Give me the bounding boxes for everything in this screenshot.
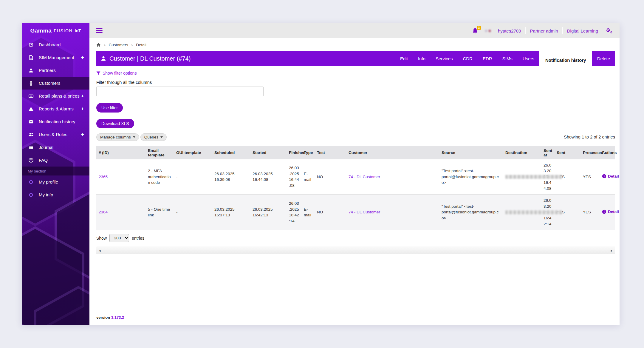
column-header[interactable]: # (ID) — [96, 146, 145, 159]
tab-label: EDR — [483, 56, 492, 61]
tab-label: Edit — [400, 56, 408, 61]
destination-redacted — [505, 175, 562, 179]
tab-edr[interactable]: EDR — [478, 51, 497, 66]
expand-plus-icon[interactable]: + — [81, 106, 84, 112]
filter-funnel-icon — [96, 71, 100, 75]
tab-label: SIMs — [502, 56, 513, 61]
show-filter-options-label: Show filter options — [103, 71, 137, 76]
avatar[interactable] — [485, 29, 494, 33]
row-id-link[interactable]: 2364 — [99, 210, 108, 214]
sidebar-item-faq[interactable]: FAQ — [22, 154, 89, 167]
warning-triangle-icon — [28, 106, 34, 112]
cell-email-template: 2 - MFA authentication code — [145, 159, 174, 195]
info-icon — [602, 210, 606, 214]
manage-columns-button[interactable]: Manage columns — [96, 133, 139, 141]
column-header[interactable]: Destination — [503, 146, 541, 159]
column-header[interactable]: Source — [439, 146, 503, 159]
role-link[interactable]: Partner admin — [530, 28, 558, 33]
sidebar-item-label: Users & Roles — [39, 132, 67, 137]
expand-plus-icon[interactable]: + — [81, 93, 84, 99]
sidebar-item-my-profile[interactable]: My profile — [22, 175, 89, 188]
breadcrumb-detail[interactable]: Detail — [136, 43, 146, 47]
username-link[interactable]: hyates2709 — [498, 28, 521, 33]
sidebar: Gamma FUSION IoT Dashboard SIM Managemen… — [22, 23, 89, 325]
show-filter-options-link[interactable]: Show filter options — [96, 71, 137, 76]
entries-label: entries — [132, 236, 144, 241]
sidebar-item-label: My info — [39, 192, 53, 197]
cell-finished: 26.03.2025 16:42:14 — [287, 195, 301, 230]
prev-page-icon[interactable]: ◂ — [99, 248, 101, 252]
tab-sims[interactable]: SIMs — [497, 51, 518, 66]
settings-gears-icon[interactable] — [605, 27, 613, 34]
filter-input[interactable] — [96, 87, 264, 96]
caret-down-icon — [160, 136, 163, 138]
cell-processed: YES — [580, 195, 600, 230]
divider — [525, 27, 526, 34]
sidebar-item-my-info[interactable]: My info — [22, 188, 89, 201]
sidebar-section-label: My section — [22, 167, 89, 175]
detail-link[interactable]: Detail — [602, 209, 619, 215]
home-icon[interactable] — [96, 43, 101, 47]
column-header[interactable]: Scheduled — [212, 146, 250, 159]
sidebar-item-label: Retail plans & prices — [39, 93, 80, 98]
column-header[interactable]: Finished — [287, 146, 301, 159]
tab-label: Notification history — [545, 58, 586, 63]
column-header[interactable]: Actions — [600, 146, 615, 159]
download-xls-button[interactable]: Download XLS — [96, 119, 134, 128]
sidebar-item-notification-history[interactable]: Notification history — [22, 115, 89, 128]
queries-button[interactable]: Queries — [140, 133, 167, 141]
speedometer-icon — [28, 42, 34, 47]
use-filter-button[interactable]: Use filter — [96, 103, 123, 113]
cell-email-template: 5 - One time link — [145, 195, 174, 230]
column-header[interactable]: Test — [315, 146, 346, 159]
cell-type: E-mail — [301, 195, 315, 230]
breadcrumb-customers[interactable]: Customers — [109, 43, 128, 47]
column-header[interactable]: Sent at — [541, 146, 554, 159]
tenant-link[interactable]: Digital Learning — [567, 28, 598, 33]
logo-gamma: Gamma — [30, 27, 52, 34]
sidebar-item-users-roles[interactable]: Users & Roles + — [22, 128, 89, 141]
column-header[interactable]: Sent — [554, 146, 580, 159]
expand-plus-icon[interactable]: + — [81, 132, 84, 138]
customer-link[interactable]: 74 - DL Customer — [349, 210, 380, 214]
tab-services[interactable]: Services — [431, 51, 458, 66]
column-header[interactable]: Email template — [145, 146, 174, 159]
show-label: Show — [96, 236, 107, 241]
sidebar-item-partners[interactable]: Partners — [22, 64, 89, 77]
question-circle-icon — [28, 158, 34, 163]
sidebar-item-sim-management[interactable]: SIM Management + — [22, 51, 89, 64]
detail-link[interactable]: Detail — [602, 173, 619, 179]
sidebar-item-journal[interactable]: Journal — [22, 141, 89, 154]
filter-label: Filter through all the columns — [96, 80, 615, 85]
column-header[interactable]: Processed — [580, 146, 600, 159]
sidebar-item-dashboard[interactable]: Dashboard — [22, 38, 89, 51]
street-view-icon — [28, 81, 34, 86]
radio-circle-icon — [28, 192, 34, 198]
column-header[interactable]: Started — [250, 146, 287, 159]
sidebar-item-customers[interactable]: Customers — [22, 77, 89, 90]
notifications-button[interactable]: 3 — [472, 27, 478, 34]
sidebar-item-retail-plans-prices[interactable]: Retail plans & prices + — [22, 90, 89, 102]
menu-toggle-icon[interactable] — [96, 27, 103, 34]
version-number-link[interactable]: 3.173.2 — [111, 315, 124, 320]
tab-delete[interactable]: Delete — [592, 51, 615, 66]
tab-info[interactable]: Info — [413, 51, 431, 66]
column-header[interactable]: Customer — [346, 146, 439, 159]
pagination-bar[interactable]: ◂ ▸ — [96, 246, 615, 254]
column-header[interactable]: GUI template — [174, 146, 212, 159]
tab-label: Delete — [597, 56, 610, 61]
customer-link[interactable]: 74 - DL Customer — [349, 175, 380, 179]
sidebar-item-reports-alarms[interactable]: Reports & Alarms + — [22, 102, 89, 115]
sidebar-menu: Dashboard SIM Management + Partners — [22, 38, 89, 167]
sidebar-item-label: Notification history — [39, 119, 75, 124]
app-logo[interactable]: Gamma FUSION IoT — [22, 23, 89, 38]
next-page-icon[interactable]: ▸ — [611, 248, 613, 252]
tab-users[interactable]: Users — [518, 51, 539, 66]
tab-edit[interactable]: Edit — [395, 51, 413, 66]
tab-cdr[interactable]: CDR — [458, 51, 478, 66]
row-id-link[interactable]: 2365 — [99, 175, 108, 179]
expand-plus-icon[interactable]: + — [81, 55, 84, 61]
cell-source: "Test portal" <test-portal@fusioniot.gam… — [439, 195, 503, 230]
page-size-select[interactable]: 200 — [109, 234, 129, 242]
cell-type: E-mail — [301, 159, 315, 195]
